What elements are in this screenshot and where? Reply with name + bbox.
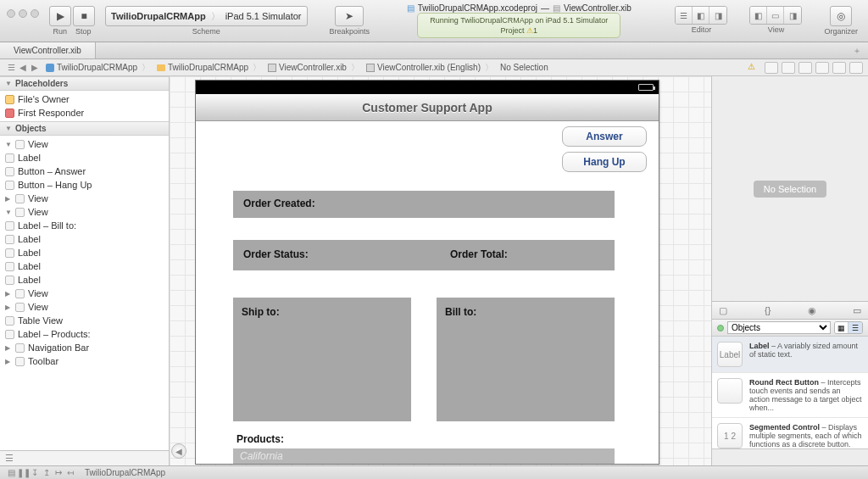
outline-button-hangup[interactable]: Button – Hang Up bbox=[0, 178, 169, 192]
label-order-created[interactable]: Order Created: bbox=[243, 198, 315, 209]
editor-tab-viewcontroller[interactable]: ViewController.xib bbox=[0, 42, 96, 58]
path-tool-1[interactable] bbox=[765, 62, 778, 74]
crumb-xib[interactable]: ViewController.xib〉 bbox=[268, 62, 361, 74]
path-tool-2[interactable] bbox=[782, 62, 795, 74]
scheme-destination: iPad 5.1 Simulator bbox=[225, 11, 302, 21]
label-products[interactable]: Products: bbox=[236, 433, 284, 445]
path-tool-5[interactable] bbox=[832, 62, 846, 74]
answer-button[interactable]: Answer bbox=[562, 126, 647, 147]
breakpoints-button[interactable]: ➤ bbox=[335, 6, 364, 26]
first-responder-icon bbox=[5, 109, 14, 118]
doc-icon: ▤ bbox=[553, 3, 560, 13]
tableview-placeholder[interactable]: California bbox=[233, 448, 615, 464]
crumb-folder[interactable]: TwilioDrupalCRMApp〉 bbox=[157, 62, 263, 74]
outline-collapse-handle[interactable]: ◀ bbox=[171, 443, 186, 459]
window-traffic-lights[interactable] bbox=[5, 9, 44, 33]
jump-nav-buttons[interactable]: ☰◀▶ bbox=[5, 63, 41, 72]
outline-button-answer[interactable]: Button – Answer bbox=[0, 164, 169, 178]
debug-icons[interactable]: ▤❚❚↧↥↦↤ bbox=[5, 468, 76, 477]
run-label: Run bbox=[53, 27, 67, 36]
label-bill-to[interactable]: Bill to: bbox=[445, 306, 476, 318]
outline-tableview[interactable]: Table View bbox=[0, 314, 169, 327]
outline-label-billto[interactable]: Label – Bill to: bbox=[0, 219, 169, 232]
battery-icon bbox=[638, 84, 654, 91]
outline-footer: ☰ bbox=[0, 450, 169, 465]
xib-icon bbox=[268, 64, 276, 72]
object-library-icon[interactable]: ◉ bbox=[806, 305, 818, 316]
media-library-icon[interactable]: ▭ bbox=[851, 305, 863, 316]
crumb-selection[interactable]: No Selection bbox=[500, 63, 548, 72]
file-template-icon[interactable]: ▢ bbox=[717, 305, 729, 316]
outline-view-3[interactable]: ▶View bbox=[0, 287, 169, 300]
path-tool-4[interactable] bbox=[815, 62, 829, 74]
library-view-segment[interactable]: ▦☰ bbox=[834, 321, 863, 334]
editor-tab-bar: ViewController.xib ＋ bbox=[0, 42, 868, 59]
library-item-label[interactable]: Label Label – A variably sized amount of… bbox=[712, 337, 868, 373]
forward-icon[interactable]: ▶ bbox=[29, 63, 41, 72]
outline-view-1[interactable]: ▶View bbox=[0, 192, 169, 205]
scheme-app: TwilioDrupalCRMApp bbox=[111, 11, 206, 21]
no-selection-badge: No Selection bbox=[754, 181, 826, 198]
library-header: Objects ▦☰ bbox=[712, 320, 868, 337]
outline-view-root[interactable]: ▼View bbox=[0, 137, 169, 151]
back-icon[interactable]: ◀ bbox=[17, 63, 29, 72]
filter-icon[interactable]: ☰ bbox=[5, 453, 14, 464]
view-label: View bbox=[768, 25, 784, 34]
warning-icon: ⚠ bbox=[526, 26, 533, 35]
placeholder-first-responder[interactable]: First Responder bbox=[0, 106, 169, 120]
crumb-xib-lang[interactable]: ViewController.xib (English)〉 bbox=[366, 62, 495, 74]
library-search-bar[interactable] bbox=[712, 448, 868, 465]
scheme-selector[interactable]: TwilioDrupalCRMApp 〉 iPad 5.1 Simulator bbox=[105, 6, 308, 26]
crumb-project[interactable]: TwilioDrupalCRMApp〉 bbox=[46, 62, 152, 74]
label-order-status[interactable]: Order Status: bbox=[243, 248, 309, 260]
folder-icon bbox=[157, 64, 165, 71]
path-tool-3[interactable] bbox=[798, 62, 812, 74]
lib-title-segment: Segmented Control bbox=[749, 423, 820, 432]
library-filter-select[interactable]: Objects bbox=[727, 321, 831, 334]
files-owner-icon bbox=[5, 95, 14, 104]
organizer-button[interactable]: ◎ bbox=[830, 6, 852, 26]
lib-thumb-label: Label bbox=[717, 342, 743, 367]
status-project-file: TwilioDrupalCRMApp.xcodeproj bbox=[418, 3, 537, 13]
outline-label-products[interactable]: Label – Products: bbox=[0, 327, 169, 341]
jump-bar: ☰◀▶ TwilioDrupalCRMApp〉 TwilioDrupalCRMA… bbox=[0, 59, 868, 76]
label-order-total[interactable]: Order Total: bbox=[450, 248, 508, 260]
outline-label-a[interactable]: Label bbox=[0, 232, 169, 246]
ib-canvas[interactable]: Customer Support App Answer Hang Up Orde… bbox=[170, 76, 712, 465]
status-warn-count: 1 bbox=[533, 26, 537, 35]
outline-label[interactable]: Label bbox=[0, 151, 169, 164]
organizer-label: Organizer bbox=[824, 27, 858, 36]
device-body: Answer Hang Up Order Created: Order Stat… bbox=[196, 121, 659, 464]
main-split: ▼Placeholders File's Owner First Respond… bbox=[0, 76, 868, 465]
library-tab-icons[interactable]: ▢ {} ◉ ▭ bbox=[712, 301, 868, 320]
activity-status: ▤ TwilioDrupalCRMApp.xcodeproj — ▤ ViewC… bbox=[417, 3, 620, 38]
objects-header: ▼Objects bbox=[0, 121, 169, 136]
library-item-round-rect-button[interactable]: Round Rect Button – Intercepts touch eve… bbox=[712, 373, 868, 418]
view-panes-segment[interactable]: ◧▭◨ bbox=[749, 6, 802, 25]
device-view[interactable]: Customer Support App Answer Hang Up Orde… bbox=[195, 80, 659, 465]
related-icon[interactable]: ☰ bbox=[5, 63, 17, 72]
lib-thumb-segment: 1 2 bbox=[717, 423, 743, 448]
stop-button[interactable]: ■ bbox=[73, 6, 95, 26]
outline-view-4[interactable]: ▶View bbox=[0, 300, 169, 314]
outline-label-b[interactable]: Label bbox=[0, 246, 169, 259]
outline-toolbar[interactable]: ▶Toolbar bbox=[0, 354, 169, 368]
status-xib-file: ViewController.xib bbox=[564, 3, 632, 13]
library-list[interactable]: Label Label – A variably sized amount of… bbox=[712, 337, 868, 448]
scheme-label: Scheme bbox=[192, 27, 220, 36]
debug-bar: ▤❚❚↧↥↦↤ TwilioDrupalCRMApp bbox=[0, 465, 868, 479]
run-button[interactable]: ▶ bbox=[49, 6, 71, 26]
placeholders-header: ▼Placeholders bbox=[0, 76, 169, 91]
outline-label-d[interactable]: Label bbox=[0, 273, 169, 287]
path-tool-6[interactable] bbox=[849, 62, 863, 74]
code-snippet-icon[interactable]: {} bbox=[762, 305, 774, 315]
hangup-button[interactable]: Hang Up bbox=[562, 152, 647, 172]
editor-mode-segment[interactable]: ☰◧◨ bbox=[675, 6, 727, 25]
placeholder-files-owner[interactable]: File's Owner bbox=[0, 92, 169, 106]
library-item-segmented-control[interactable]: 1 2 Segmented Control – Displays multipl… bbox=[712, 418, 868, 448]
add-tab-button[interactable]: ＋ bbox=[846, 45, 868, 57]
outline-view-2[interactable]: ▼View bbox=[0, 205, 169, 219]
outline-label-c[interactable]: Label bbox=[0, 259, 169, 273]
label-ship-to[interactable]: Ship to: bbox=[242, 306, 280, 318]
outline-navbar[interactable]: ▶Navigation Bar bbox=[0, 341, 169, 354]
